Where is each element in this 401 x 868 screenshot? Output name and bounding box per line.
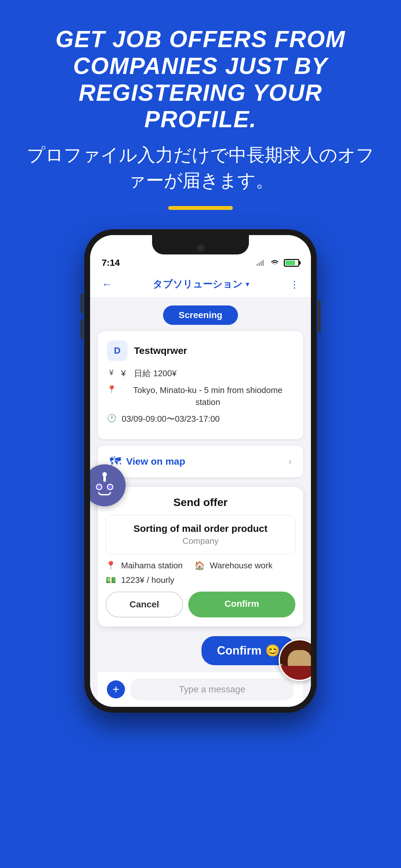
confirm-bubble-wrap: Confirm 😊	[98, 633, 303, 672]
send-offer-header: Send offer	[98, 487, 303, 515]
offer-job-box: Sorting of mail order product Company	[105, 515, 296, 554]
offer-actions: Cancel Confirm	[98, 592, 303, 626]
send-offer-panel: Send offer Sorting of mail order product…	[98, 487, 303, 626]
job-company-name: Testwqrwer	[134, 345, 187, 356]
volume-down-button	[81, 320, 83, 339]
offer-details: 📍 Maihama station 🏠 Warehouse work 💵 122…	[98, 561, 303, 592]
job-location: Tokyo, Minato-ku - 5 min from shiodome s…	[121, 384, 294, 408]
offer-location: Maihama station	[121, 561, 183, 570]
offer-work-type: Warehouse work	[210, 561, 273, 570]
hero-underline	[168, 206, 233, 210]
hero-subtitle: プロファイル入力だけで中長期求人のオファーが届きます。	[19, 143, 382, 193]
svg-rect-2	[260, 261, 262, 266]
robot-antenna	[103, 475, 106, 482]
job-card-header: D Testwqrwer	[107, 340, 294, 361]
job-card: D Testwqrwer ¥ ¥ 日給 1200¥ 📍 Tokyo, Minat…	[98, 331, 303, 439]
status-icons	[255, 259, 299, 267]
salary-icon: ¥	[107, 368, 116, 377]
user-avatar	[279, 639, 311, 681]
offer-work-icon: 🏠	[194, 561, 205, 570]
job-salary: ¥ 日給 1200¥	[121, 368, 177, 379]
wifi-icon	[270, 259, 280, 266]
job-schedule: 03/09-09:00〜03/23-17:00	[122, 413, 220, 425]
svg-rect-3	[263, 260, 264, 266]
offer-job-title: Sorting of mail order product	[114, 523, 287, 534]
app-title-text: タブソリューション	[153, 278, 243, 291]
add-button[interactable]: +	[107, 680, 125, 699]
camera	[197, 244, 204, 252]
map-link-text: View on map	[126, 456, 185, 467]
cancel-button[interactable]: Cancel	[105, 592, 183, 617]
offer-pay-row: 💵 1223¥ / hourly	[105, 575, 296, 585]
job-avatar: D	[107, 340, 127, 361]
robot-face	[96, 475, 113, 495]
phone-wrapper: 7:14	[19, 229, 382, 713]
back-button[interactable]: ←	[102, 278, 112, 290]
hero-title: GET JOB OFFERS FROM COMPANIES JUST BY RE…	[19, 26, 382, 133]
user-shirt	[280, 666, 311, 680]
map-link[interactable]: 🗺 View on map	[110, 455, 185, 468]
job-location-row: 📍 Tokyo, Minato-ku - 5 min from shiodome…	[107, 384, 294, 408]
svg-rect-0	[257, 264, 258, 266]
screening-badge-wrap: Screening	[90, 298, 311, 325]
user-avatar-face	[280, 640, 311, 680]
status-time: 7:14	[102, 258, 120, 268]
signal-icon	[255, 259, 266, 266]
screening-badge: Screening	[163, 306, 238, 325]
volume-up-button	[81, 294, 83, 313]
confirm-green-button[interactable]: Confirm	[188, 592, 296, 617]
svg-rect-1	[258, 262, 260, 266]
phone-screen: 7:14	[90, 235, 311, 707]
job-salary-row: ¥ ¥ 日給 1200¥	[107, 368, 294, 379]
map-card[interactable]: 🗺 View on map ›	[98, 445, 303, 477]
more-button[interactable]: ⋮	[289, 279, 299, 290]
phone-frame: 7:14	[84, 229, 317, 713]
robot-smile	[98, 492, 111, 495]
message-input[interactable]: Type a message	[130, 678, 294, 701]
app-header: ← タブソリューション ▾ ⋮	[90, 271, 311, 298]
phone-notch	[152, 235, 249, 254]
chevron-right-icon: ›	[289, 456, 291, 467]
bottom-area: Send offer Sorting of mail order product…	[90, 484, 311, 707]
robot-eyes	[96, 484, 113, 490]
offer-pay: 1223¥ / hourly	[121, 575, 174, 585]
robot-eye-left	[96, 484, 102, 490]
offer-location-row: 📍 Maihama station 🏠 Warehouse work	[105, 561, 296, 570]
robot-eye-right	[107, 484, 113, 490]
offer-location-icon: 📍	[105, 561, 116, 570]
battery-fill	[285, 260, 295, 265]
offer-pay-icon: 💵	[105, 575, 116, 585]
clock-icon: 🕐	[107, 414, 117, 423]
battery-tip	[299, 261, 301, 265]
message-input-bar: + Type a message	[98, 672, 303, 707]
offer-job-company: Company	[114, 536, 287, 546]
confirm-emoji: 😊	[266, 644, 280, 657]
job-schedule-row: 🕐 03/09-09:00〜03/23-17:00	[107, 413, 294, 425]
power-button	[318, 300, 320, 333]
app-title: タブソリューション ▾	[153, 278, 249, 291]
location-icon: 📍	[107, 385, 116, 394]
hero-section: GET JOB OFFERS FROM COMPANIES JUST BY RE…	[0, 0, 401, 725]
confirm-bubble-text: Confirm	[217, 644, 261, 657]
dropdown-arrow-icon[interactable]: ▾	[246, 280, 249, 288]
battery-icon	[284, 259, 299, 267]
